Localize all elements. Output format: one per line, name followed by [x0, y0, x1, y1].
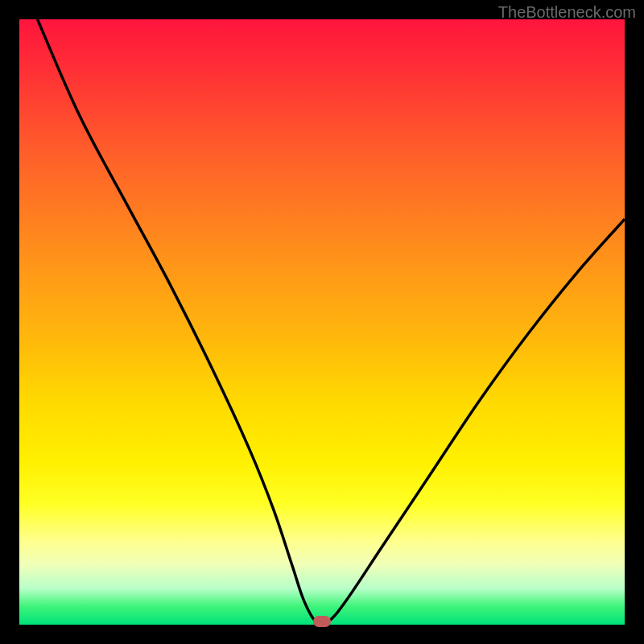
optimum-marker: [313, 616, 331, 627]
watermark-text: TheBottleneck.com: [498, 3, 636, 22]
bottleneck-curve: [38, 19, 625, 625]
plot-area: [19, 19, 625, 625]
curve-svg: [19, 19, 625, 625]
